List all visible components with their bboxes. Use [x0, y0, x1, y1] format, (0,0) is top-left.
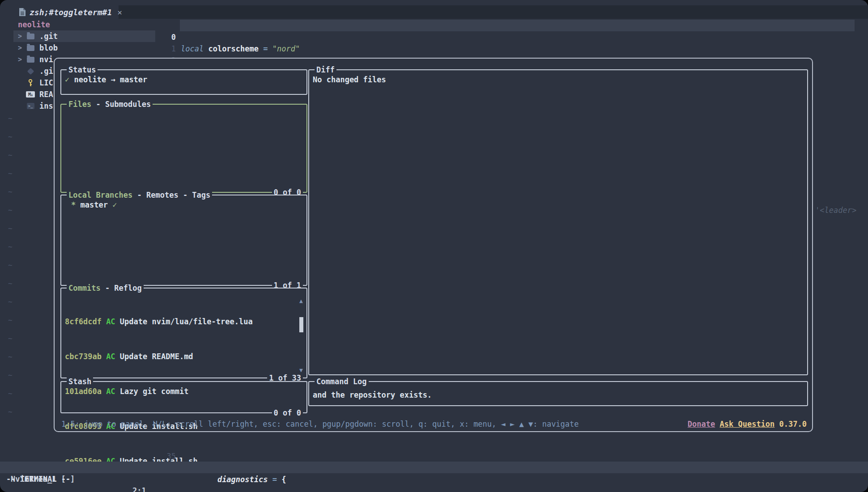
panel-counter: 0 of 0 [272, 407, 303, 419]
tilde: ~ [8, 259, 13, 278]
leader-hint: '<leader> [815, 204, 856, 216]
commit-message: Update README.md [120, 352, 193, 361]
commit-hash: cbc739ab [65, 352, 106, 361]
lazygit-window: Status ✓ neolite → master Files - Submod… [54, 58, 813, 432]
key-icon [26, 79, 35, 86]
tilde: ~ [8, 204, 13, 223]
commit-row[interactable]: cbc739ab AC Update README.md [65, 351, 303, 362]
commit-row[interactable]: abb3506b AC Update README.md [65, 490, 303, 492]
tilde: ~ [8, 278, 13, 296]
statusline-cursor: 2:1 [132, 485, 146, 492]
tilde: ~ [8, 351, 13, 369]
commit-hash: 8cf6dcdf [65, 317, 106, 326]
tree-item-label: .gi [39, 67, 53, 76]
check-icon: ✓ [108, 200, 117, 209]
command-log-panel[interactable]: Command Log and the repository exists. [308, 381, 808, 406]
branch-name: master [80, 200, 107, 209]
check-icon: ✓ [65, 75, 69, 84]
commit-message: Update nvim/lua/file-tree.lua [120, 317, 253, 326]
tilde: ~ [8, 406, 13, 424]
panel-title: Files - Submodules [67, 98, 153, 110]
ask-question-link[interactable]: Ask Question [720, 420, 775, 428]
tilde-column: ~~~~~~~~~~~~~~~~~ [8, 113, 13, 424]
panel-title: Stash [67, 376, 93, 387]
tilde: ~ [8, 314, 13, 333]
code-line[interactable]: 2 if colorscheme == "onedark" then [0, 43, 868, 55]
tilde: ~ [8, 149, 13, 168]
tilde: ~ [8, 168, 13, 186]
scroll-up-icon[interactable]: ▲ [298, 297, 305, 305]
branch-name: master [120, 75, 147, 84]
tree-item-label: ins [39, 102, 53, 110]
tilde: ~ [8, 296, 13, 314]
files-panel[interactable]: Files - Submodules 0 of 0 [60, 104, 307, 193]
commits-panel[interactable]: Commits - Reflog 8cf6dcdf AC Update nvim… [60, 288, 307, 378]
file-icon [19, 8, 26, 17]
statusline: NvimTree_1 [-] 2:1 colorschemes.lua 1:1 [0, 462, 868, 473]
repo-name: neolite [74, 75, 106, 84]
tilde: ~ [8, 223, 13, 241]
version-label: 0.37.0 [779, 420, 807, 428]
tabline: zsh;#toggleterm#1 × [0, 5, 868, 19]
current-branch-star: * [71, 200, 80, 209]
commit-author: AC [106, 352, 120, 361]
command-log-content: and the repository exists. [309, 382, 807, 405]
code-line[interactable]: 0 local colorscheme = "nord" [0, 20, 868, 31]
tilde: ~ [8, 333, 13, 351]
tree-item-label: LIC [39, 78, 53, 87]
tilde: ~ [8, 113, 13, 131]
stash-panel[interactable]: Stash 0 of 0 [60, 381, 307, 413]
tilde: ~ [8, 388, 13, 406]
markdown-icon: M↓ [26, 91, 35, 98]
commit-author: AC [106, 317, 120, 326]
status-panel[interactable]: Status ✓ neolite → master [60, 69, 307, 95]
tree-item-label: REA [39, 90, 53, 99]
tilde: ~ [8, 241, 13, 259]
diff-panel[interactable]: Diff No changed files [308, 69, 808, 375]
tab-close-icon[interactable]: × [117, 8, 122, 17]
tilde: ~ [8, 369, 13, 388]
tilde: ~ [8, 186, 13, 204]
branch-row[interactable]: * master ✓ [61, 195, 306, 285]
tab-title: zsh;#toggleterm#1 [30, 8, 112, 17]
nvim-window: zsh;#toggleterm#1 × neolite > .git > blo… [0, 0, 868, 492]
keybind-help: 1-5: jump to panel, H/L: scroll left/rig… [61, 418, 579, 430]
diff-content: No changed files [309, 70, 807, 374]
branches-panel[interactable]: Local Branches - Remotes - Tags * master… [60, 195, 307, 286]
terminal-tab[interactable]: zsh;#toggleterm#1 × [15, 5, 119, 19]
tilde: ~ [8, 131, 13, 149]
keybind-bar: 1-5: jump to panel, H/L: scroll left/rig… [61, 418, 807, 430]
tabline-fill [119, 5, 868, 19]
code-line[interactable]: 1 [0, 31, 868, 43]
terminal-icon: >_ [26, 102, 35, 110]
mode-indicator: -- TERMINAL -- [6, 473, 70, 485]
scrollbar[interactable]: ▲ ▼ [298, 297, 305, 374]
commit-row[interactable]: 8cf6dcdf AC Update nvim/lua/file-tree.lu… [65, 316, 303, 327]
donate-link[interactable]: Donate [688, 420, 715, 428]
scroll-thumb[interactable] [299, 317, 303, 332]
arrow-right-icon: → [111, 75, 115, 84]
